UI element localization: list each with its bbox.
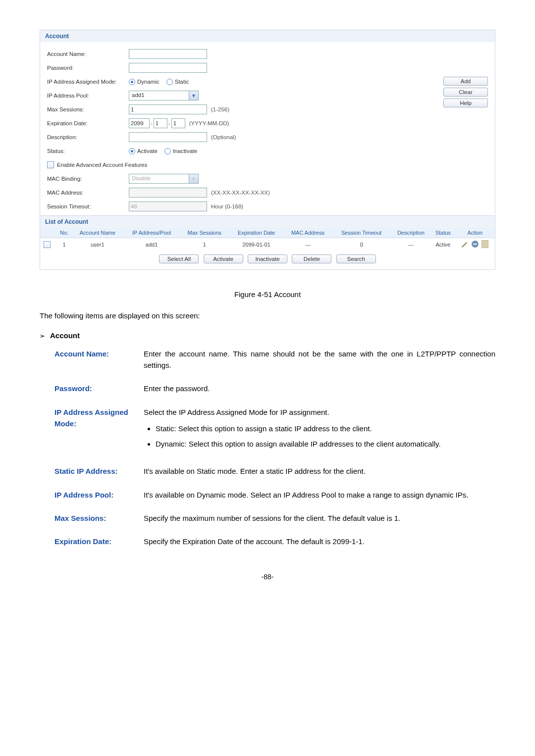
- desc-expiration: Specify the Expiration Date of the accou…: [144, 536, 495, 547]
- radio-dynamic[interactable]: [129, 79, 135, 85]
- label-ip-pool: IP Address Pool:: [47, 93, 129, 99]
- term-ip-pool: IP Address Pool:: [54, 489, 144, 501]
- term-static-ip: Static IP Address:: [54, 465, 144, 477]
- radio-inactivate-label: Inactivate: [173, 148, 197, 154]
- radio-static[interactable]: [166, 79, 173, 85]
- ip-pool-select[interactable]: add1 ▾: [129, 91, 199, 101]
- th-account-name: Account Name: [71, 228, 123, 238]
- term-password: Password:: [54, 383, 144, 394]
- desc-static-ip: It's available on Static mode. Enter a s…: [144, 465, 495, 477]
- label-description: Description:: [47, 134, 129, 140]
- document-body: Figure 4-51 Account The following items …: [40, 270, 495, 583]
- th-ip-pool: IP Address/Pool: [123, 228, 179, 238]
- label-mac-address: MAC Address:: [47, 190, 129, 196]
- delete-button[interactable]: Delete: [292, 254, 331, 263]
- account-panel: Account Account Name: Password: IP Addre…: [40, 30, 495, 270]
- mac-binding-value: Disable: [129, 174, 189, 183]
- hint-max-sessions: (1-256): [211, 106, 229, 112]
- th-expiration: Expiration Date: [229, 228, 283, 238]
- mac-address-input: [129, 188, 207, 198]
- search-button[interactable]: Search: [336, 254, 376, 263]
- account-table: No. Account Name IP Address/Pool Max Ses…: [40, 228, 495, 251]
- label-account-name: Account Name:: [47, 51, 129, 57]
- max-sessions-input[interactable]: [129, 104, 207, 114]
- edit-icon[interactable]: [462, 241, 469, 248]
- th-session-timeout: Session Timeout: [332, 228, 391, 238]
- cell-ip-pool: add1: [123, 238, 179, 251]
- hint-expiration: (YYYY-MM-DD): [189, 120, 229, 126]
- th-no: No.: [57, 228, 71, 238]
- cell-max-sessions: 1: [180, 238, 229, 251]
- radio-static-label: Static: [175, 79, 189, 85]
- select-all-button[interactable]: Select All: [159, 254, 199, 263]
- term-account-name: Account Name:: [54, 348, 144, 371]
- intro-text: The following items are displayed on thi…: [40, 310, 495, 321]
- description-input[interactable]: [129, 132, 207, 142]
- ip-pool-value: add1: [129, 91, 189, 100]
- label-status: Status:: [47, 148, 129, 154]
- section-title: Account: [50, 331, 80, 340]
- cell-mac: ---: [283, 238, 332, 251]
- cell-description: ---: [391, 238, 431, 251]
- radio-inactivate[interactable]: [164, 148, 171, 154]
- th-action: Action: [455, 228, 495, 238]
- term-expiration: Expiration Date:: [54, 536, 144, 547]
- hint-mac-address: (XX-XX-XX-XX-XX-XX): [211, 190, 270, 196]
- cell-session-timeout: 0: [332, 238, 391, 251]
- password-input[interactable]: [129, 63, 207, 73]
- list-of-account-title: List of Account: [40, 215, 495, 228]
- cell-account-name: user1: [71, 238, 123, 251]
- chevron-right-icon: ➢: [40, 332, 45, 340]
- expiration-day-input[interactable]: [171, 118, 185, 128]
- label-enable-advanced: Enable Advanced Account Features: [57, 162, 147, 168]
- cell-expiration: 2099-01-01: [229, 238, 283, 251]
- label-password: Password:: [47, 65, 129, 71]
- cell-status: Active: [431, 238, 455, 251]
- th-mac: MAC Address: [283, 228, 332, 238]
- inactivate-button[interactable]: Inactivate: [248, 254, 287, 263]
- th-max-sessions: Max Sessions: [180, 228, 229, 238]
- clear-button[interactable]: Clear: [443, 88, 488, 97]
- th-status: Status: [431, 228, 455, 238]
- help-button[interactable]: Help: [443, 99, 488, 107]
- label-session-timeout: Session Timeout:: [47, 203, 129, 209]
- term-max-sessions: Max Sessions:: [54, 512, 144, 524]
- expiration-month-input[interactable]: [154, 118, 167, 128]
- hint-description: (Optional): [211, 134, 236, 140]
- label-max-sessions: Max Sessions:: [47, 106, 129, 112]
- row-checkbox[interactable]: [44, 241, 51, 248]
- bullet-static: Static: Select this option to assign a s…: [156, 423, 495, 434]
- radio-dynamic-label: Dynamic: [137, 79, 160, 85]
- expiration-year-input[interactable]: [129, 118, 150, 128]
- detail-icon[interactable]: [482, 240, 488, 248]
- account-name-input[interactable]: [129, 49, 207, 59]
- enable-advanced-checkbox[interactable]: [47, 161, 54, 168]
- radio-activate[interactable]: [129, 148, 135, 154]
- page-number: -88-: [40, 572, 495, 583]
- activate-button[interactable]: Activate: [204, 254, 243, 263]
- chevron-down-icon: ▾: [189, 174, 198, 183]
- desc-max-sessions: Specify the maximum number of sessions f…: [144, 512, 495, 524]
- desc-ip-mode: Select the IP Address Assigned Mode for …: [144, 408, 329, 416]
- mac-binding-select: Disable ▾: [129, 174, 199, 184]
- session-timeout-input: [129, 202, 207, 211]
- cell-no: 1: [57, 238, 71, 251]
- bullet-dynamic: Dynamic: Select this option to assign av…: [156, 438, 495, 450]
- desc-password: Enter the password.: [144, 383, 495, 394]
- add-button[interactable]: Add: [443, 77, 488, 86]
- table-row: 1 user1 add1 1 2099-01-01 --- 0 --- Acti…: [40, 238, 495, 251]
- term-ip-mode: IP Address Assigned Mode:: [54, 406, 144, 454]
- hint-session-timeout: Hour (0-168): [211, 203, 243, 209]
- disable-icon[interactable]: [472, 241, 479, 248]
- radio-activate-label: Activate: [137, 148, 158, 154]
- chevron-down-icon: ▾: [189, 91, 198, 100]
- panel-title: Account: [40, 30, 495, 42]
- th-description: Description: [391, 228, 431, 238]
- label-mac-binding: MAC Binding:: [47, 176, 129, 182]
- label-expiration: Expiration Date:: [47, 120, 129, 126]
- label-ip-mode: IP Address Assigned Mode:: [47, 79, 129, 85]
- desc-account-name: Enter the account name. This name should…: [144, 348, 495, 371]
- desc-ip-pool: It's available on Dynamic mode. Select a…: [144, 489, 495, 501]
- figure-caption: Figure 4-51 Account: [40, 289, 495, 300]
